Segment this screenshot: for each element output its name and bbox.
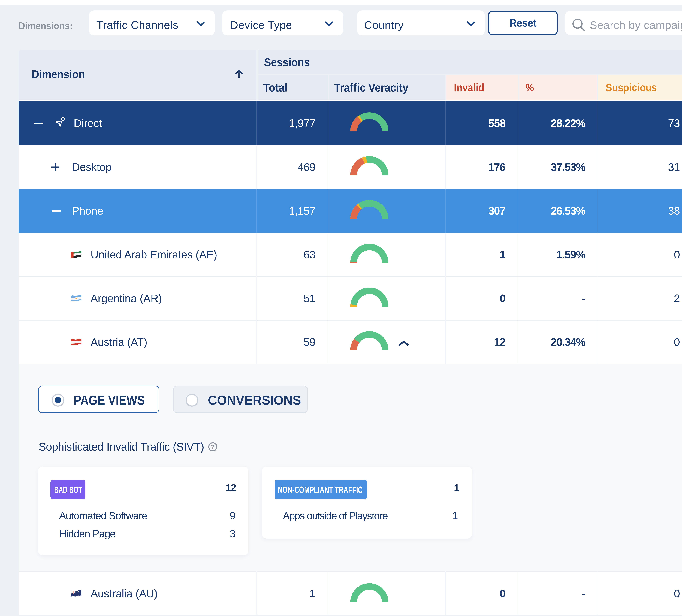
svg-text:?: ? — [211, 443, 215, 450]
